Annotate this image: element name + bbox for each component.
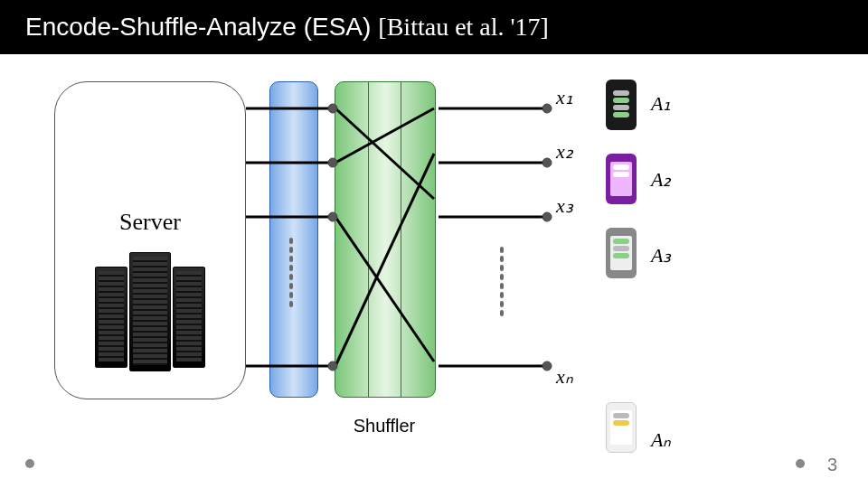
flow-arrows: [54, 81, 814, 434]
server-arrow-1: [246, 104, 337, 113]
phone-column: [606, 80, 637, 453]
a-label: A₁: [651, 92, 671, 116]
svg-point-7: [542, 361, 552, 371]
svg-point-9: [328, 104, 337, 113]
phone-icon: [606, 154, 637, 204]
svg-point-15: [328, 361, 337, 371]
ellipsis-icon: [556, 249, 592, 334]
a-label: A₃: [651, 244, 671, 267]
svg-point-11: [328, 158, 337, 167]
page-number: 3: [827, 455, 837, 475]
slide: Encode-Shuffle-Analyze (ESA) [Bittau et …: [0, 0, 868, 488]
client-arrow-3: [439, 212, 552, 221]
server-arrow-2: [246, 158, 337, 167]
title-bar: Encode-Shuffle-Analyze (ESA) [Bittau et …: [0, 0, 868, 54]
client-arrow-2: [439, 158, 552, 167]
phone-icon: [606, 80, 637, 130]
phone-icon: [606, 228, 637, 278]
a-column: A₁ A₂ A₃ Aₙ: [651, 92, 671, 452]
client-arrow-n: [439, 361, 552, 371]
title-citation: [Bittau et al. '17]: [378, 13, 549, 42]
a-label: Aₙ: [651, 428, 671, 452]
x-label: x₃: [556, 194, 592, 218]
title-esa: Encode-Shuffle-Analyze (ESA): [25, 13, 371, 42]
x-label: xₙ: [556, 365, 592, 389]
a-label: A₂: [651, 168, 671, 192]
slide-bullet-icon: [25, 459, 34, 468]
svg-point-3: [542, 158, 552, 167]
svg-point-1: [542, 104, 552, 113]
x-column: x₁ x₂ x₃ xₙ: [556, 86, 592, 389]
diagram-area: Server Shuffler: [54, 81, 814, 434]
svg-point-13: [328, 212, 337, 221]
server-arrow-n: [246, 361, 337, 371]
x-label: x₂: [556, 140, 592, 164]
shuffle-line: [335, 217, 434, 361]
client-arrow-1: [439, 104, 552, 113]
server-arrow-3: [246, 212, 337, 221]
phone-icon: [606, 402, 637, 453]
slide-bullet-icon: [796, 459, 805, 468]
shuffle-line: [335, 154, 434, 366]
x-label: x₁: [556, 86, 592, 109]
svg-point-5: [542, 212, 552, 221]
